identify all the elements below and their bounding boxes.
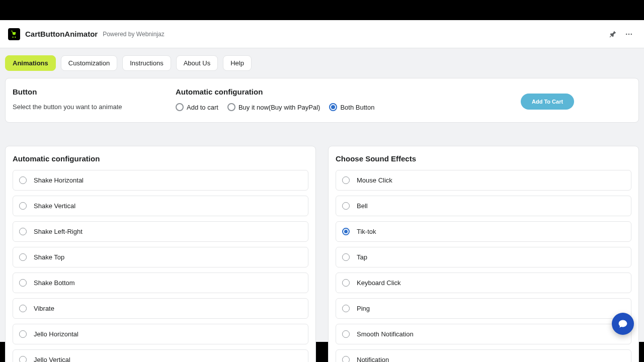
- radio-icon: [19, 305, 27, 312]
- radio-icon: [329, 103, 337, 111]
- tab-help[interactable]: Help: [223, 55, 252, 71]
- radio-label: Both Button: [340, 104, 374, 111]
- option-label: Shake Bottom: [34, 279, 75, 287]
- animation-option-jello-vertical[interactable]: Jello Vertical: [13, 349, 308, 362]
- animation-option-vibrate[interactable]: Vibrate: [13, 298, 308, 319]
- button-config-card: Button Select the button you want to ani…: [5, 78, 639, 123]
- tab-about-us[interactable]: About Us: [176, 55, 218, 71]
- option-label: Jello Horizontal: [34, 330, 78, 338]
- radio-both-button[interactable]: Both Button: [329, 103, 374, 111]
- sounds-panel: Choose Sound Effects Mouse Click Bell Ti…: [328, 146, 639, 362]
- radio-icon: [342, 253, 350, 261]
- button-section-desc: Select the button you want to animate: [13, 103, 164, 111]
- sound-option-notification[interactable]: Notification: [336, 349, 631, 362]
- target-button-radio-group: Add to cart Buy it now(Buy with PayPal) …: [176, 103, 509, 111]
- tab-instructions[interactable]: Instructions: [122, 55, 171, 71]
- sounds-panel-title: Choose Sound Effects: [336, 154, 631, 163]
- sound-option-keyboard-click[interactable]: Keyboard Click: [336, 273, 631, 293]
- radio-add-to-cart[interactable]: Add to cart: [176, 103, 218, 111]
- animation-option-shake-top[interactable]: Shake Top: [13, 247, 308, 267]
- tab-animations[interactable]: Animations: [5, 55, 56, 71]
- animation-option-shake-vertical[interactable]: Shake Vertical: [13, 196, 308, 216]
- auto-config-title: Automatic configuration: [176, 87, 509, 96]
- tab-customization[interactable]: Customization: [61, 55, 117, 71]
- radio-icon: [19, 253, 27, 261]
- tabs: Animations Customization Instructions Ab…: [0, 48, 644, 75]
- sound-option-bell[interactable]: Bell: [336, 196, 631, 216]
- sound-option-ping[interactable]: Ping: [336, 298, 631, 319]
- option-label: Tap: [357, 253, 367, 261]
- more-icon: [625, 30, 633, 38]
- animation-option-jello-horizontal[interactable]: Jello Horizontal: [13, 324, 308, 344]
- powered-by-text: Powered by Webninjaz: [103, 31, 165, 38]
- option-label: Ping: [357, 305, 370, 312]
- radio-icon: [19, 330, 27, 338]
- radio-label: Buy it now(Buy with PayPal): [238, 104, 320, 111]
- app-title: CartButtonAnimator: [25, 30, 98, 38]
- chat-icon: [618, 319, 628, 329]
- radio-icon: [342, 176, 350, 184]
- sound-option-tap[interactable]: Tap: [336, 247, 631, 267]
- option-label: Vibrate: [34, 305, 54, 312]
- option-label: Mouse Click: [357, 176, 392, 184]
- animation-option-shake-horizontal[interactable]: Shake Horizontal: [13, 170, 308, 191]
- radio-icon: [227, 103, 235, 111]
- svg-point-1: [628, 33, 630, 35]
- option-label: Tik-tok: [357, 228, 376, 235]
- radio-icon: [342, 228, 350, 235]
- chat-widget-button[interactable]: [612, 313, 634, 335]
- option-label: Jello Vertical: [34, 356, 70, 362]
- animation-option-shake-bottom[interactable]: Shake Bottom: [13, 273, 308, 293]
- radio-icon: [342, 202, 350, 210]
- sound-option-smooth-notification[interactable]: Smooth Notification: [336, 324, 631, 344]
- radio-icon: [342, 305, 350, 312]
- option-label: Shake Horizontal: [34, 176, 84, 184]
- radio-icon: [342, 279, 350, 287]
- radio-icon: [342, 356, 350, 362]
- radio-icon: [342, 330, 350, 338]
- animations-panel-title: Automatic configuration: [13, 154, 308, 163]
- option-label: Smooth Notification: [357, 330, 414, 338]
- sound-option-tik-tok[interactable]: Tik-tok: [336, 221, 631, 242]
- pin-button[interactable]: [606, 27, 620, 41]
- svg-point-0: [626, 33, 627, 35]
- option-label: Shake Top: [34, 253, 64, 261]
- radio-buy-it-now[interactable]: Buy it now(Buy with PayPal): [227, 103, 320, 111]
- animation-option-shake-left-right[interactable]: Shake Left-Right: [13, 221, 308, 242]
- option-label: Bell: [357, 202, 368, 210]
- radio-icon: [19, 202, 27, 210]
- app-header: CartButtonAnimator Powered by Webninjaz: [0, 20, 644, 48]
- button-section-title: Button: [13, 87, 164, 96]
- option-label: Shake Vertical: [34, 202, 75, 210]
- option-label: Notification: [357, 356, 389, 362]
- radio-icon: [19, 176, 27, 184]
- animations-panel: Automatic configuration Shake Horizontal…: [5, 146, 316, 362]
- radio-label: Add to cart: [187, 104, 218, 111]
- svg-point-2: [631, 33, 632, 35]
- option-label: Keyboard Click: [357, 279, 400, 287]
- radio-icon: [19, 356, 27, 362]
- more-button[interactable]: [622, 27, 636, 41]
- preview-add-to-cart-button[interactable]: Add To Cart: [521, 94, 574, 110]
- radio-icon: [19, 279, 27, 287]
- app-logo-icon: [8, 28, 20, 40]
- sound-option-mouse-click[interactable]: Mouse Click: [336, 170, 631, 191]
- option-label: Shake Left-Right: [34, 228, 83, 235]
- radio-icon: [176, 103, 184, 111]
- pin-icon: [609, 30, 617, 38]
- radio-icon: [19, 228, 27, 235]
